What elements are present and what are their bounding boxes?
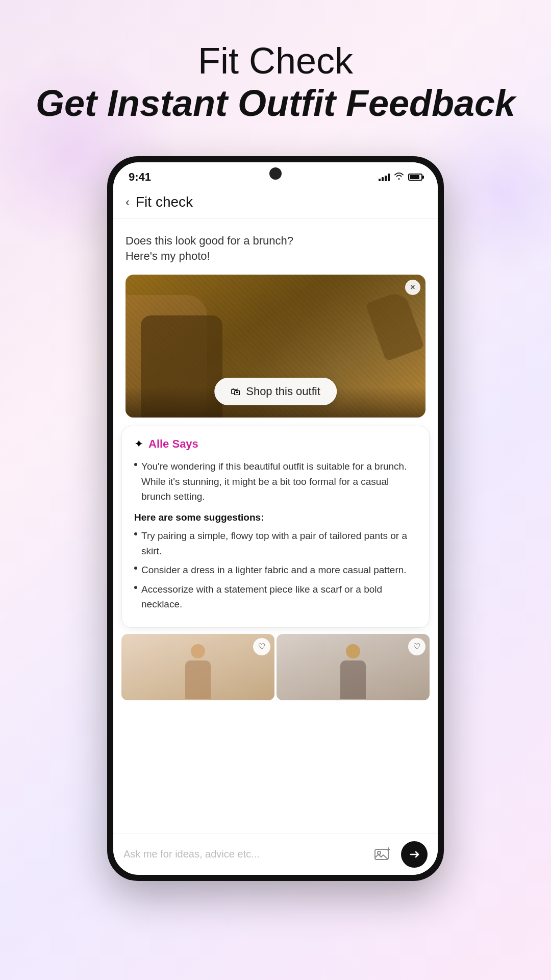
- heart-button-1[interactable]: ♡: [253, 638, 270, 655]
- wifi-icon: [394, 172, 404, 182]
- ai-suggestion-text-2: Consider a dress in a lighter fabric and…: [141, 562, 407, 577]
- ai-suggestion-3: Accessorize with a statement piece like …: [134, 582, 417, 612]
- ai-bullet-1: You're wondering if this beautiful outfi…: [134, 459, 417, 504]
- user-message-area: Does this look good for a brunch? Here's…: [113, 219, 438, 275]
- shop-outfit-label: Shop this outfit: [246, 385, 320, 398]
- suggestions-row: ♡ ♡: [121, 634, 430, 700]
- user-message: Does this look good for a brunch? Here's…: [126, 233, 425, 265]
- nav-title: Fit check: [136, 194, 193, 210]
- image-add-button[interactable]: [371, 843, 394, 866]
- input-bar: Ask me for ideas, advice etc...: [113, 834, 438, 875]
- shop-outfit-button[interactable]: 🛍 Shop this outfit: [214, 378, 337, 405]
- signal-icon: [379, 173, 390, 181]
- bullet-dot-3: [134, 567, 137, 570]
- ai-suggestion-text-3: Accessorize with a statement piece like …: [141, 582, 417, 612]
- heart-button-2[interactable]: ♡: [408, 638, 425, 655]
- header-section: Fit Check Get Instant Outfit Feedback: [36, 41, 515, 126]
- ai-response-card: ✦ Alle Says You're wondering if this bea…: [121, 426, 430, 628]
- outfit-photo: × 🛍 Shop this outfit: [126, 275, 425, 418]
- sparkle-icon: ✦: [134, 437, 143, 451]
- battery-icon: [408, 174, 422, 181]
- shopping-bag-icon: 🛍: [231, 386, 241, 398]
- header-subtitle: Get Instant Outfit Feedback: [36, 81, 515, 125]
- phone-screen: 9:41: [113, 162, 438, 875]
- ai-suggestion-2: Consider a dress in a lighter fabric and…: [134, 562, 417, 577]
- ai-header: ✦ Alle Says: [134, 437, 417, 451]
- suggestion-image-1[interactable]: ♡: [121, 634, 274, 700]
- status-time: 9:41: [129, 170, 151, 184]
- status-icons: [379, 172, 422, 182]
- camera-notch: [269, 167, 282, 180]
- phone-content: 9:41: [113, 162, 438, 875]
- chat-input-placeholder[interactable]: Ask me for ideas, advice etc...: [123, 846, 364, 862]
- send-button[interactable]: [401, 841, 428, 868]
- bullet-dot-2: [134, 532, 137, 535]
- ai-suggestion-text-1: Try pairing a simple, flowy top with a p…: [141, 528, 417, 558]
- back-button[interactable]: ‹: [126, 195, 130, 209]
- phone-frame: 9:41: [107, 156, 444, 881]
- bullet-dot-4: [134, 586, 137, 589]
- suggestion-image-2[interactable]: ♡: [277, 634, 430, 700]
- ai-text-1: You're wondering if this beautiful outfi…: [141, 459, 417, 504]
- nav-bar: ‹ Fit check: [113, 188, 438, 219]
- person-figure-1: [180, 644, 216, 700]
- bullet-dot-1: [134, 463, 137, 466]
- ai-suggestion-1: Try pairing a simple, flowy top with a p…: [134, 528, 417, 558]
- close-photo-button[interactable]: ×: [405, 280, 420, 295]
- ai-name: Alle Says: [148, 437, 198, 451]
- suggestions-header: Here are some suggestions:: [134, 512, 417, 523]
- person-figure-2: [335, 644, 371, 700]
- svg-point-1: [378, 851, 381, 854]
- header-title: Fit Check: [36, 41, 515, 81]
